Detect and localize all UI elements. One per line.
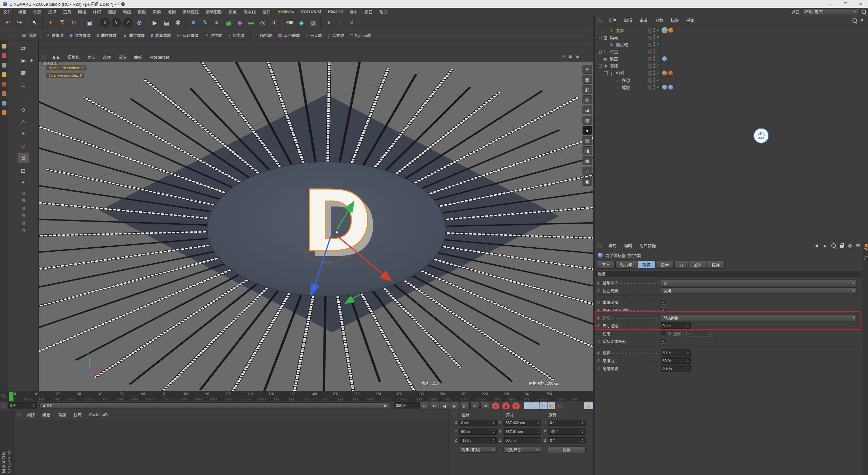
view-side-icon-7[interactable]: ● (583, 126, 592, 135)
object-tag[interactable] (668, 28, 673, 33)
viewport-menu-6[interactable]: ProRender (146, 55, 173, 60)
am-menu-0[interactable]: 模式 (605, 243, 620, 248)
menu-0[interactable]: 文件 (0, 9, 15, 15)
anim-dot-icon[interactable]: ◎ (597, 350, 603, 355)
tree-expander-icon[interactable]: - (598, 64, 601, 68)
position-mode-dropdown[interactable]: 对象 (相对) ▾ (459, 446, 497, 453)
axis-z-handle[interactable] (310, 292, 313, 295)
lock-x-icon[interactable]: X (100, 18, 110, 27)
enable-check-icon[interactable]: ✓ (656, 35, 659, 39)
view-side-icon-2[interactable]: ▦ (583, 75, 592, 84)
redo-icon[interactable]: ↷ (14, 17, 25, 28)
tree-row-5[interactable]: -✸克隆✓ (595, 62, 868, 70)
menu-2[interactable]: 创建 (30, 9, 45, 15)
field-button-5[interactable]: ▲圆锥体域 (120, 31, 148, 39)
command-icon-5[interactable]: ▤ (20, 220, 27, 226)
object-label[interactable]: 螺旋 (622, 84, 630, 90)
spinner-arrows-icon[interactable]: ▲▼ (581, 430, 584, 434)
property-checkbox-7[interactable]: ✓ (661, 339, 666, 344)
drag-grip-icon[interactable] (1, 403, 6, 408)
tree-row-4[interactable]: ▦地面 (595, 55, 868, 62)
menu-17[interactable]: RealFlow (274, 9, 298, 14)
anim-dot-icon[interactable]: ◎ (597, 288, 603, 293)
layer-toggle-icon[interactable] (648, 64, 653, 69)
menu-3[interactable]: 选择 (45, 9, 60, 15)
menu-22[interactable]: 帮助 (376, 9, 391, 15)
tree-expander-icon[interactable]: - (598, 36, 601, 39)
size-z-field[interactable]: Z 60 cm▲▼ (499, 437, 541, 443)
tree-row-1[interactable]: -▥简易✓ (595, 34, 868, 41)
spinner-arrows-icon[interactable]: ▲▼ (710, 331, 712, 336)
mm-menu-0[interactable]: 创建 (23, 412, 39, 418)
layer-toggle-icon[interactable] (648, 28, 653, 33)
prev-key-button[interactable]: ↺ (430, 402, 439, 410)
view-side-icon-5[interactable]: ◪ (583, 106, 592, 114)
object-label[interactable]: 多边 (622, 77, 630, 83)
om-menu-0[interactable]: 文件 (605, 17, 620, 23)
menu-8[interactable]: 动画 (119, 9, 134, 15)
menu-13[interactable]: 运动图形 (202, 9, 225, 15)
viewport-menu-0[interactable]: 查看 (48, 54, 64, 60)
tree-expander-icon[interactable]: + (598, 50, 601, 54)
menu-12[interactable]: 运动跟踪 (179, 9, 202, 15)
snap-icon[interactable]: ∪ (18, 141, 29, 151)
volume-icon[interactable]: ▩ (308, 17, 318, 28)
command-icon-6[interactable]: ▤ (20, 227, 27, 233)
field-button-12[interactable]: ▦着色器域 (275, 31, 303, 39)
field-button-3[interactable]: ◆立方体域 (66, 31, 94, 39)
viewport-menu-2[interactable]: 显示 (83, 54, 99, 60)
interface-dropdown[interactable]: 启动 (用户) ▾ (803, 8, 858, 15)
visibility-dots[interactable] (653, 56, 655, 62)
spinner-arrows-icon[interactable]: ▲▼ (493, 430, 495, 434)
visibility-dots[interactable] (653, 63, 655, 69)
property-checkbox-2[interactable]: ✓ (661, 300, 666, 305)
track-target-icon[interactable]: ◎ (848, 243, 852, 248)
property-dropdown-1[interactable]: 关闭▾ (661, 287, 857, 294)
om-menu-4[interactable]: 标签 (667, 17, 683, 23)
tab-碰撞[interactable]: 碰撞 (638, 261, 655, 269)
om-menu-1[interactable]: 编辑 (620, 17, 636, 23)
property-checkbox-3[interactable]: ✓ (661, 307, 666, 312)
drag-grip-icon[interactable] (1, 394, 6, 398)
position-y-field[interactable]: Y 60 cm▲▼ (455, 428, 497, 435)
spinner-arrows-icon[interactable]: ▲▼ (687, 359, 689, 363)
view-side-icon-11[interactable]: ◇ (583, 167, 592, 175)
view-side-icon-8[interactable]: ▤ (583, 136, 592, 145)
view-side-icon-9[interactable]: ◨ (583, 146, 592, 155)
timeline-ruler[interactable]: 0102030405060708090100110120130140150160… (0, 391, 593, 401)
field-button-14[interactable]: ƒ公式域 (325, 31, 347, 39)
object-label[interactable]: 克隆 (610, 63, 618, 69)
rotation-h-field[interactable]: H 0 °▲▼ (544, 419, 586, 426)
viewport-solo-icon[interactable]: S (18, 153, 29, 163)
array-generator-icon[interactable]: ▦ (223, 17, 234, 28)
layer-toggle-icon[interactable] (648, 35, 653, 40)
enable-check-icon[interactable]: ✓ (656, 63, 659, 68)
menu-21[interactable]: 窗口 (361, 9, 376, 15)
om-menu-2[interactable]: 查看 (636, 17, 651, 23)
spinner-arrows-icon[interactable]: ▲▼ (687, 324, 689, 328)
object-tag[interactable] (662, 85, 667, 90)
tree-expander-icon[interactable]: - (604, 71, 608, 75)
object-tag[interactable] (662, 56, 667, 61)
tab-质量[interactable]: 质量 (656, 261, 674, 269)
add-panel-icon[interactable]: ⊞ (856, 243, 860, 248)
tab-动力学[interactable]: 动力学 (615, 261, 637, 269)
drag-grip-icon[interactable] (16, 413, 21, 417)
close-button[interactable]: ✕ (853, 0, 868, 7)
play-button[interactable]: ▶ (450, 402, 459, 410)
menu-20[interactable]: 脚本 (346, 9, 361, 15)
mograph-icon[interactable]: ◆ (296, 17, 307, 28)
spinner-arrows-icon[interactable]: ▲▼ (537, 430, 539, 434)
view-side-icon-4[interactable]: ▥ (583, 95, 592, 104)
tree-row-0[interactable]: T文本✓ (595, 27, 868, 34)
sculpt-icon[interactable]: ◓ (18, 177, 29, 188)
edges-mode-icon[interactable]: ◇ (18, 104, 29, 114)
drag-grip-icon[interactable] (452, 412, 456, 417)
tab-力[interactable]: 力 (674, 261, 688, 269)
key-scale-button[interactable]: □ (532, 402, 540, 410)
command-icon-3[interactable]: ▤ (20, 205, 27, 211)
move-tool-icon[interactable]: + (45, 17, 56, 28)
spinner-arrows-icon[interactable]: ▲▼ (581, 438, 584, 442)
property-dropdown-4[interactable]: 静态网格▾ (661, 315, 857, 321)
spinner-arrows-icon[interactable]: ▲▼ (493, 438, 495, 442)
